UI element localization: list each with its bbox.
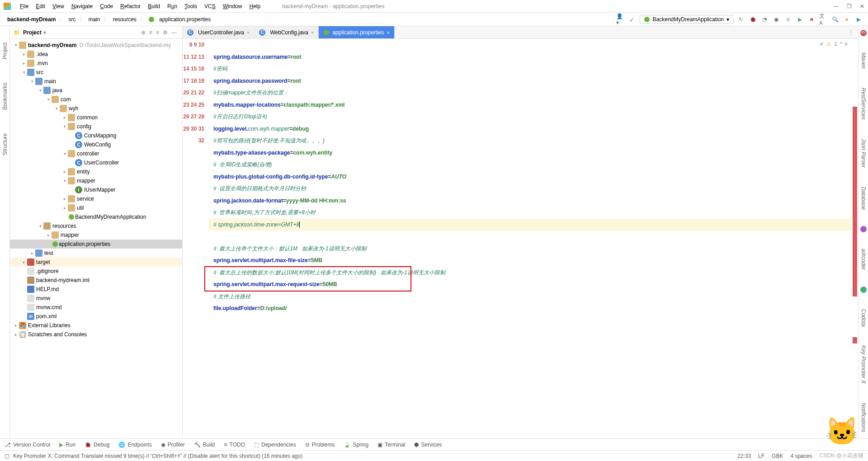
run-anything-icon[interactable]: ▶: [854, 15, 863, 24]
tree-main[interactable]: ▾main: [10, 77, 182, 86]
menu-file[interactable]: File: [16, 2, 32, 10]
right-tab-restservices[interactable]: RestServices: [859, 85, 868, 122]
right-tab-codota[interactable]: Codota: [859, 306, 868, 329]
tree-mapper-pkg[interactable]: ▾mapper: [10, 176, 182, 185]
vcs-arrow-icon[interactable]: ↙: [628, 15, 636, 24]
tree-app-class[interactable]: BackendMyDreamApplication: [10, 212, 182, 221]
search-icon[interactable]: 🔍: [831, 15, 839, 24]
tree-webconfig[interactable]: CWebConfig: [10, 140, 182, 149]
crumb-main[interactable]: main: [86, 15, 102, 24]
bottom-run[interactable]: ▶Run: [59, 442, 75, 448]
bottom-todo[interactable]: ≡TODO: [224, 442, 245, 448]
bug-icon[interactable]: 🐞: [749, 15, 757, 24]
tree-entity[interactable]: ▸entity: [10, 167, 182, 176]
crumb-src[interactable]: src: [66, 15, 77, 24]
collapse-all-icon[interactable]: ≡: [154, 29, 161, 36]
bottom-debug[interactable]: 🐞Debug: [85, 442, 109, 448]
tab-usercontroller[interactable]: CUserController.java×: [183, 26, 255, 38]
tree-gitignore[interactable]: .gitignore: [10, 267, 182, 276]
code-text[interactable]: spring.datasource.username=root #密码 spri…: [209, 39, 851, 438]
right-tab-keypromoter[interactable]: Key Promoter X: [859, 343, 868, 386]
tool-window-btn[interactable]: ▢: [5, 453, 9, 459]
tree-corsmapping[interactable]: CCorsMapping: [10, 131, 182, 140]
error-stripe[interactable]: [851, 39, 858, 438]
menu-view[interactable]: View: [49, 2, 68, 10]
attach-icon[interactable]: ⎋: [784, 15, 792, 24]
tree-util[interactable]: ▸util: [10, 203, 182, 212]
status-indent[interactable]: 4 spaces: [790, 453, 812, 459]
right-tab-aixcoder[interactable]: aiXcoder: [859, 246, 868, 273]
tree-app-props[interactable]: application.properties: [10, 240, 182, 249]
status-encoding[interactable]: GBK: [772, 453, 783, 459]
bottom-vcs[interactable]: ⎇Version Control: [5, 442, 50, 448]
tree-target[interactable]: ▸target: [10, 258, 182, 267]
tree-controller[interactable]: ▾controller: [10, 149, 182, 158]
bottom-endpoints[interactable]: 🌐Endpoints: [118, 442, 151, 448]
tree-src[interactable]: ▾src: [10, 68, 182, 77]
menu-window[interactable]: Window: [219, 2, 246, 10]
right-tab-notifications[interactable]: Notifications: [859, 400, 868, 435]
tree-mvnw[interactable]: mvnw: [10, 294, 182, 303]
minimize-icon[interactable]: —: [833, 3, 839, 9]
crumb-resources[interactable]: resources: [111, 15, 138, 24]
close-icon[interactable]: ×: [247, 30, 250, 35]
menu-run[interactable]: Run: [164, 2, 181, 10]
chevron-down-icon[interactable]: ▾: [43, 29, 46, 36]
expand-all-icon[interactable]: ≡: [147, 29, 154, 36]
run-config-selector[interactable]: BackendMyDreamApplication ▾: [640, 15, 733, 24]
tree-idea[interactable]: ▸.idea: [10, 50, 182, 59]
coverage-icon[interactable]: ◔: [760, 15, 769, 24]
tree-ext-lib[interactable]: ▸📚External Libraries: [10, 321, 182, 330]
tree-mvn[interactable]: ▸.mvn: [10, 59, 182, 68]
codota-icon[interactable]: [860, 287, 867, 293]
status-line-sep[interactable]: LF: [758, 453, 764, 459]
menu-build[interactable]: Build: [144, 2, 164, 10]
left-tab-bookmarks[interactable]: Bookmarks: [1, 80, 9, 113]
bottom-build[interactable]: 🔨Build: [194, 442, 215, 448]
select-opened-icon[interactable]: ⊕: [139, 29, 147, 36]
hide-icon[interactable]: —: [170, 29, 179, 36]
tabs-more-icon[interactable]: ⋮: [844, 26, 858, 38]
tree-usercontroller[interactable]: CUserController: [10, 158, 182, 167]
tree-mvnwcmd[interactable]: mvnw.cmd: [10, 303, 182, 312]
tab-webconfig[interactable]: CWebConfig.java×: [255, 26, 319, 38]
menu-refactor[interactable]: Refactor: [117, 2, 144, 10]
close-icon[interactable]: ✕: [860, 3, 864, 9]
tree-java[interactable]: ▾java: [10, 86, 182, 95]
project-tree[interactable]: ▾backend-myDreamD:\Tools\JavaWorkSpace\b…: [10, 39, 182, 438]
aixcoder-icon[interactable]: [860, 226, 867, 232]
tree-service[interactable]: ▸service: [10, 194, 182, 203]
close-icon[interactable]: ×: [387, 30, 390, 35]
menu-navigate[interactable]: Navigate: [68, 2, 96, 10]
crumb-project[interactable]: backend-myDream: [5, 15, 57, 24]
crumb-file[interactable]: application.properties: [157, 15, 212, 24]
tree-pom[interactable]: mpom.xml: [10, 312, 182, 321]
tree-resources[interactable]: ▾resources: [10, 221, 182, 230]
menu-edit[interactable]: Edit: [32, 2, 49, 10]
lightbulb-icon[interactable]: ●: [843, 15, 851, 24]
bottom-profiler[interactable]: ◉Profiler: [161, 442, 185, 448]
tree-iml[interactable]: backend-mydream.iml: [10, 276, 182, 285]
tab-application-properties[interactable]: application.properties×: [319, 26, 395, 38]
tree-mapper-res[interactable]: ▸mapper: [10, 230, 182, 240]
tree-root[interactable]: ▾backend-myDreamD:\Tools\JavaWorkSpace\b…: [10, 41, 182, 50]
bottom-terminal[interactable]: ▣Terminal: [377, 442, 405, 448]
tree-wyh[interactable]: ▾wyh: [10, 104, 182, 113]
run-icon[interactable]: ▶: [796, 15, 804, 24]
bottom-spring[interactable]: 🍃Spring: [344, 442, 368, 448]
tree-scratches[interactable]: ▸📋Scratches and Consoles: [10, 330, 182, 339]
gear-icon[interactable]: ⚙: [161, 29, 170, 36]
right-tab-maven[interactable]: Maven: [859, 50, 868, 71]
left-tab-project[interactable]: Project: [1, 40, 9, 62]
status-caret-pos[interactable]: 22:33: [737, 453, 751, 459]
left-tab-structure[interactable]: Structure: [1, 131, 9, 158]
maximize-icon[interactable]: ❐: [847, 3, 852, 9]
translate-icon[interactable]: 文A: [819, 15, 827, 24]
stop-icon[interactable]: ■: [807, 15, 816, 24]
right-tab-database[interactable]: Database: [859, 184, 868, 212]
tree-iusermapper[interactable]: IIUserMapper: [10, 185, 182, 194]
bottom-problems[interactable]: ⊖Problems: [305, 442, 335, 448]
menu-code[interactable]: Code: [96, 2, 117, 10]
menu-vcs[interactable]: VCS: [201, 2, 219, 10]
inspection-widget[interactable]: ✔ ⚠1 ^ ∨: [820, 41, 848, 47]
